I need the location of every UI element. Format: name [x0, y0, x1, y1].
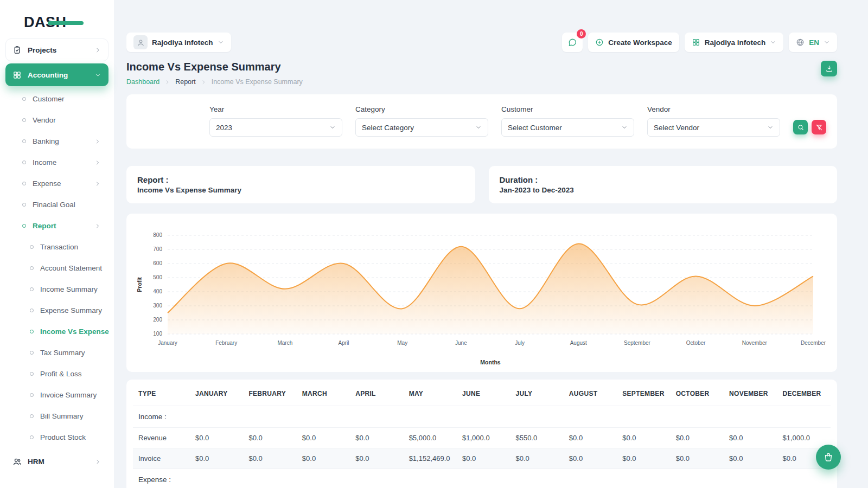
svg-text:August: August	[570, 340, 587, 346]
vendor-select[interactable]: Select Vendor	[647, 118, 780, 137]
row-value: $0.0	[564, 428, 617, 448]
customer-select[interactable]: Select Customer	[501, 118, 634, 137]
table-header-april: APRIL	[350, 382, 403, 406]
sidebar-item-invoice-summary[interactable]: Invoice Summary	[0, 384, 114, 406]
sidebar-item-expense[interactable]: Expense	[0, 173, 114, 194]
svg-text:500: 500	[153, 274, 162, 280]
table-section-title: Expense :	[133, 469, 831, 488]
cart-fab[interactable]	[816, 445, 841, 470]
sidebar-item-label: Projects	[28, 46, 56, 54]
breadcrumb-item-dashboard[interactable]: Dashboard	[126, 78, 159, 86]
sidebar-item-finacial-goal[interactable]: Finacial Goal	[0, 194, 114, 215]
svg-text:200: 200	[153, 317, 162, 323]
sidebar-item-hrm[interactable]: HRM	[5, 450, 108, 473]
category-select-value: Select Category	[362, 124, 414, 132]
row-value: $0.0	[617, 428, 670, 448]
row-value: $0.0	[724, 448, 777, 469]
bullet-icon	[22, 203, 26, 207]
svg-text:December: December	[801, 340, 826, 346]
create-workspace-button[interactable]: Create Workspace	[588, 33, 679, 52]
sidebar-item-vendor[interactable]: Vendor	[0, 110, 114, 131]
sidebar-item-profit-loss[interactable]: Profit & Loss	[0, 363, 114, 384]
chevron-right	[94, 458, 101, 465]
table-header-december: DECEMBER	[777, 382, 831, 406]
report-card: Report : Income Vs Expense Summary	[126, 166, 475, 203]
sidebar-item-product-stock[interactable]: Product Stock	[0, 427, 114, 448]
sidebar-item-label: Bill Summary	[40, 412, 84, 420]
svg-text:February: February	[215, 340, 237, 346]
sidebar-item-customer[interactable]: Customer	[0, 88, 114, 110]
breadcrumb-item-report[interactable]: Report	[175, 78, 196, 86]
svg-text:January: January	[158, 340, 177, 346]
bullet-icon	[30, 287, 34, 291]
row-value: $1,152,469.0	[404, 448, 457, 469]
year-select[interactable]: 2023	[209, 118, 342, 137]
chevron-right	[94, 181, 101, 187]
duration-card: Duration : Jan-2023 to Dec-2023	[489, 166, 838, 203]
bullet-icon	[22, 160, 26, 164]
chevron-down	[475, 124, 482, 131]
sidebar-item-label: Expense Summary	[40, 306, 102, 314]
category-select[interactable]: Select Category	[355, 118, 488, 137]
sidebar-item-tax-summary[interactable]: Tax Summary	[0, 342, 114, 363]
app-logo[interactable]: DASH	[24, 14, 94, 31]
search-icon	[797, 124, 805, 131]
sidebar-item-projects[interactable]: Projects	[5, 38, 108, 61]
sidebar-item-account-statement[interactable]: Account Statement	[0, 258, 114, 279]
filter-field-year: Year2023	[209, 105, 342, 137]
sidebar-item-label: Banking	[33, 137, 59, 145]
account-name: Rajodiya infotech	[705, 38, 766, 47]
vendor-select-value: Select Vendor	[654, 124, 699, 132]
sidebar-item-label: Vendor	[33, 116, 56, 124]
messages-button[interactable]: 0	[562, 33, 583, 52]
account-dropdown[interactable]: Rajodiya infotech	[685, 33, 784, 52]
table-row-invoice: Invoice$0.0$0.0$0.0$0.0$1,152,469.0$0.0$…	[133, 448, 831, 469]
sidebar-item-income-summary[interactable]: Income Summary	[0, 279, 114, 300]
bullet-icon	[30, 372, 34, 376]
table-header-may: MAY	[404, 382, 457, 406]
customer-select-value: Select Customer	[508, 124, 562, 132]
filter-field-vendor: VendorSelect Vendor	[647, 105, 780, 137]
filter-field-category: CategorySelect Category	[355, 105, 488, 137]
bullet-icon	[22, 139, 26, 143]
sidebar-item-transaction[interactable]: Transaction	[0, 236, 114, 258]
sidebar-item-label: Product Stock	[40, 433, 86, 441]
row-value: $550.0	[510, 428, 563, 448]
apply-filter-button[interactable]	[793, 120, 808, 134]
sidebar-item-bill-summary[interactable]: Bill Summary	[0, 406, 114, 427]
row-value: $0.0	[671, 428, 724, 448]
breadcrumb-separator-icon	[164, 79, 170, 85]
bullet-icon	[22, 182, 26, 185]
sidebar-item-income-vs-expense[interactable]: Income Vs Expense	[0, 321, 114, 342]
language-label: EN	[809, 38, 819, 47]
sidebar-item-accounting[interactable]: Accounting	[5, 63, 108, 86]
download-button[interactable]	[821, 61, 837, 76]
bullet-icon	[30, 330, 34, 333]
report-card-label: Report :	[137, 175, 464, 184]
sidebar-item-banking[interactable]: Banking	[0, 131, 114, 152]
duration-card-label: Duration :	[500, 175, 827, 184]
sidebar-item-income[interactable]: Income	[0, 152, 114, 173]
filter-off-icon	[815, 124, 823, 131]
sidebar-item-label: Customer	[33, 95, 65, 103]
workspace-selector[interactable]: Rajodiya infotech	[126, 33, 231, 52]
sidebar-item-label: Income Vs Expense	[40, 328, 109, 336]
globe-icon	[796, 38, 805, 47]
sidebar-item-expense-summary[interactable]: Expense Summary	[0, 300, 114, 321]
sidebar-item-label: Report	[33, 222, 56, 230]
row-value: $0.0	[510, 448, 563, 469]
chevron-right	[94, 47, 101, 54]
row-value: $0.0	[297, 448, 350, 469]
income-expense-table: TYPEJANUARYFEBRUARYMARCHAPRILMAYJUNEJULY…	[133, 382, 831, 488]
breadcrumb: DashboardReportIncome Vs Expense Summary	[126, 78, 303, 86]
create-workspace-label: Create Workspace	[608, 38, 672, 47]
row-value: $0.0	[243, 448, 296, 469]
reset-filter-button[interactable]	[812, 120, 826, 134]
layout-grid-icon	[692, 38, 700, 47]
svg-text:600: 600	[153, 260, 162, 266]
language-dropdown[interactable]: EN	[789, 33, 837, 52]
row-type: Revenue	[133, 428, 190, 448]
person-icon	[137, 38, 145, 47]
sidebar-item-report[interactable]: Report	[0, 215, 114, 236]
svg-text:300: 300	[153, 303, 162, 309]
